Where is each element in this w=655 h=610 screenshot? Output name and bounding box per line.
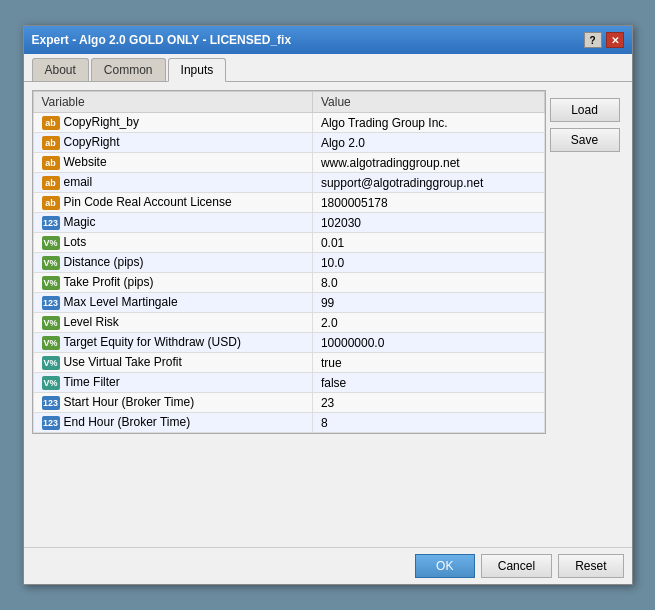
value-cell: 1800005178 (312, 193, 544, 213)
title-bar-buttons: ? ✕ (584, 32, 624, 48)
type-icon: V% (42, 316, 60, 330)
table-row[interactable]: 123Max Level Martingale99 (33, 293, 544, 313)
value-cell: 0.01 (312, 233, 544, 253)
variable-name: End Hour (Broker Time) (64, 415, 191, 429)
reset-button[interactable]: Reset (558, 554, 623, 578)
variable-cell: abWebsite (33, 153, 312, 173)
variable-cell: V%Lots (33, 233, 312, 253)
table-row[interactable]: abWebsitewww.algotradinggroup.net (33, 153, 544, 173)
type-icon: V% (42, 256, 60, 270)
type-icon: 123 (42, 396, 60, 410)
variable-cell: 123Start Hour (Broker Time) (33, 393, 312, 413)
main-window: Expert - Algo 2.0 GOLD ONLY - LICENSED_f… (23, 25, 633, 585)
table-row[interactable]: V%Distance (pips)10.0 (33, 253, 544, 273)
variable-cell: V%Level Risk (33, 313, 312, 333)
type-icon: V% (42, 376, 60, 390)
variable-name: Time Filter (64, 375, 120, 389)
side-buttons: Load Save (546, 90, 624, 539)
table-row[interactable]: 123Start Hour (Broker Time)23 (33, 393, 544, 413)
variable-name: Pin Code Real Account License (64, 195, 232, 209)
variable-name: CopyRight (64, 135, 120, 149)
table-row[interactable]: abCopyRight_byAlgo Trading Group Inc. (33, 113, 544, 133)
variable-cell: V%Target Equity for Withdraw (USD) (33, 333, 312, 353)
table-row[interactable]: V%Level Risk2.0 (33, 313, 544, 333)
variable-name: Target Equity for Withdraw (USD) (64, 335, 241, 349)
footer: OK Cancel Reset (24, 547, 632, 584)
variable-cell: V%Distance (pips) (33, 253, 312, 273)
save-button[interactable]: Save (550, 128, 620, 152)
variable-cell: abCopyRight_by (33, 113, 312, 133)
tab-inputs[interactable]: Inputs (168, 58, 227, 82)
table-row[interactable]: abPin Code Real Account License180000517… (33, 193, 544, 213)
table-row[interactable]: V%Take Profit (pips)8.0 (33, 273, 544, 293)
variable-cell: 123Magic (33, 213, 312, 233)
type-icon: V% (42, 236, 60, 250)
type-icon: 123 (42, 216, 60, 230)
type-icon: V% (42, 276, 60, 290)
variable-cell: 123End Hour (Broker Time) (33, 413, 312, 433)
variable-name: Max Level Martingale (64, 295, 178, 309)
variable-cell: abPin Code Real Account License (33, 193, 312, 213)
table-row[interactable]: abemailsupport@algotradinggroup.net (33, 173, 544, 193)
value-cell: Algo Trading Group Inc. (312, 113, 544, 133)
value-cell: 102030 (312, 213, 544, 233)
variable-name: Distance (pips) (64, 255, 144, 269)
value-cell: 8.0 (312, 273, 544, 293)
value-cell: 2.0 (312, 313, 544, 333)
action-area: Variable Value abCopyRight_byAlgo Tradin… (24, 82, 632, 547)
value-cell: 10.0 (312, 253, 544, 273)
tab-about[interactable]: About (32, 58, 89, 81)
variable-cell: 123Max Level Martingale (33, 293, 312, 313)
cancel-button[interactable]: Cancel (481, 554, 552, 578)
value-cell: false (312, 373, 544, 393)
table-row[interactable]: V%Time Filterfalse (33, 373, 544, 393)
variable-name: Use Virtual Take Profit (64, 355, 182, 369)
variable-name: Magic (64, 215, 96, 229)
value-cell: 8 (312, 413, 544, 433)
type-icon: 123 (42, 416, 60, 430)
table-row[interactable]: V%Use Virtual Take Profittrue (33, 353, 544, 373)
title-bar: Expert - Algo 2.0 GOLD ONLY - LICENSED_f… (24, 26, 632, 54)
variable-name: Website (64, 155, 107, 169)
ok-button[interactable]: OK (415, 554, 475, 578)
type-icon: V% (42, 356, 60, 370)
variable-cell: abCopyRight (33, 133, 312, 153)
variable-name: Take Profit (pips) (64, 275, 154, 289)
parameters-table-container[interactable]: Variable Value abCopyRight_byAlgo Tradin… (32, 90, 546, 434)
variable-cell: V%Use Virtual Take Profit (33, 353, 312, 373)
table-row[interactable]: V%Target Equity for Withdraw (USD)100000… (33, 333, 544, 353)
tab-common[interactable]: Common (91, 58, 166, 81)
variable-name: Level Risk (64, 315, 119, 329)
variable-name: email (64, 175, 93, 189)
variable-name: CopyRight_by (64, 115, 139, 129)
window-title: Expert - Algo 2.0 GOLD ONLY - LICENSED_f… (32, 33, 292, 47)
table-wrapper: Variable Value abCopyRight_byAlgo Tradin… (32, 90, 546, 539)
table-row[interactable]: V%Lots0.01 (33, 233, 544, 253)
table-row[interactable]: abCopyRightAlgo 2.0 (33, 133, 544, 153)
type-icon: ab (42, 136, 60, 150)
close-button[interactable]: ✕ (606, 32, 624, 48)
variable-cell: abemail (33, 173, 312, 193)
variable-cell: V%Take Profit (pips) (33, 273, 312, 293)
help-button[interactable]: ? (584, 32, 602, 48)
value-cell: true (312, 353, 544, 373)
variable-name: Start Hour (Broker Time) (64, 395, 195, 409)
type-icon: V% (42, 336, 60, 350)
tab-bar: About Common Inputs (24, 54, 632, 82)
variable-cell: V%Time Filter (33, 373, 312, 393)
value-cell: 23 (312, 393, 544, 413)
type-icon: ab (42, 156, 60, 170)
parameters-table: Variable Value abCopyRight_byAlgo Tradin… (33, 91, 545, 433)
value-cell: 10000000.0 (312, 333, 544, 353)
type-icon: ab (42, 176, 60, 190)
table-row[interactable]: 123Magic102030 (33, 213, 544, 233)
value-cell: 99 (312, 293, 544, 313)
value-cell: Algo 2.0 (312, 133, 544, 153)
variable-name: Lots (64, 235, 87, 249)
col-variable: Variable (33, 92, 312, 113)
type-icon: 123 (42, 296, 60, 310)
table-row[interactable]: 123End Hour (Broker Time)8 (33, 413, 544, 433)
col-value: Value (312, 92, 544, 113)
type-icon: ab (42, 116, 60, 130)
load-button[interactable]: Load (550, 98, 620, 122)
